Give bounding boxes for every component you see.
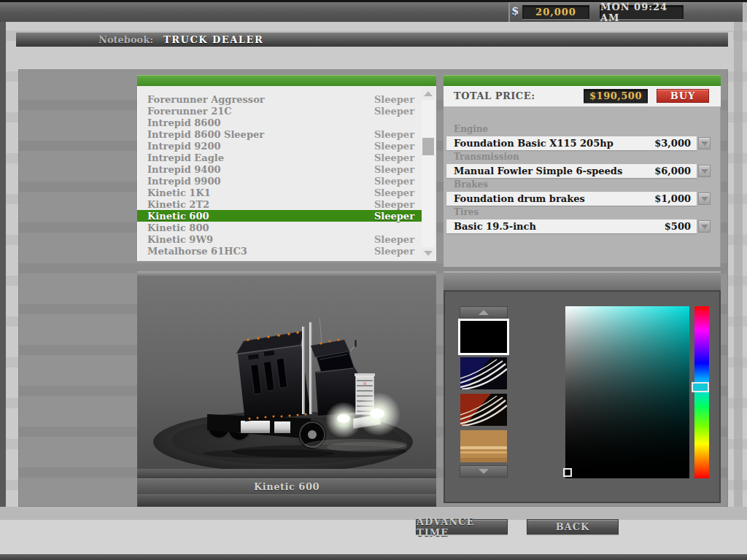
swatch-scroll-down-icon: [479, 469, 489, 474]
preview-footer-bar: [137, 469, 436, 478]
truck-list-header: [137, 75, 436, 86]
back-button[interactable]: BACK: [527, 519, 619, 534]
truck-list-row[interactable]: Kinetic 9W9 Sleeper: [137, 233, 423, 245]
truck-list-row[interactable]: Intrepid 9400 Sleeper: [137, 163, 423, 175]
buy-button[interactable]: BUY: [657, 89, 709, 103]
truck-cab-type: Sleeper: [374, 164, 414, 175]
truck-name: Intrepid Eagle: [147, 152, 374, 163]
truck-list-row[interactable]: Intrepid Eagle Sleeper: [137, 152, 423, 163]
truck-cab-type: Sleeper: [374, 234, 414, 245]
option-label: Transmission: [444, 152, 721, 164]
option-price: $500: [665, 221, 691, 232]
option-label: Brakes: [444, 179, 721, 192]
option-value: Manual Fowler Simple 6-speeds: [454, 166, 654, 176]
truck-render: [137, 276, 436, 469]
truck-list-row[interactable]: Intrepid 8600: [137, 117, 423, 128]
total-price-label: TOTAL PRICE:: [454, 90, 535, 101]
saturation-value-picker[interactable]: [565, 306, 689, 478]
scroll-down-icon: [424, 251, 433, 256]
truck-cab-type: Sleeper: [374, 211, 414, 222]
footer-band-2: [0, 520, 747, 554]
option-dropdown[interactable]: Foundation drum brakes $1,000: [446, 192, 697, 206]
option-price: $1,000: [654, 193, 691, 204]
truck-name: Intrepid 9200: [147, 141, 374, 152]
truck-list-row[interactable]: Kinetic 600 Sleeper: [137, 210, 423, 222]
truck-cab-type: Sleeper: [374, 187, 414, 198]
truck-name: Kinetic 2T2: [147, 199, 374, 210]
option-dropdown[interactable]: Manual Fowler Simple 6-speeds $6,000: [446, 164, 697, 178]
truck-name: Kinetic 600: [147, 211, 374, 222]
truck-cab-type: Sleeper: [374, 94, 414, 105]
truck-list-scrollbar[interactable]: [422, 88, 435, 260]
page-title: TRUCK DEALER: [163, 34, 263, 45]
truck-name: Intrepid 9900: [147, 176, 374, 187]
scrollbar-thumb[interactable]: [422, 138, 434, 155]
currency-icon: $: [511, 4, 522, 19]
truck-preview: [137, 276, 436, 469]
truck-name: Intrepid 8600: [147, 117, 414, 128]
swatch-scroll-down-button[interactable]: [460, 465, 508, 478]
truck-name: Metalhorse 61HC3: [147, 246, 374, 257]
truck-name: Kinetic 9W9: [147, 234, 374, 245]
truck-cab-type: Sleeper: [374, 246, 414, 257]
swatch-scroll-up-button[interactable]: [460, 306, 508, 319]
truck-cab-type: Sleeper: [374, 152, 414, 163]
paint-swatch-white-stripes-on-red[interactable]: [460, 394, 507, 426]
total-price-value: $190,500: [584, 89, 648, 103]
datetime-display: MON 09:24 AM: [600, 5, 684, 19]
right-frame: [734, 22, 743, 554]
option-price: $6,000: [654, 166, 691, 176]
scroll-down-button[interactable]: [422, 247, 435, 260]
truck-list-row[interactable]: Kinetic 1K1 Sleeper: [137, 187, 423, 198]
paint-swatch-white-stripes-on-navy[interactable]: [460, 357, 507, 389]
paint-panel: [444, 290, 721, 503]
option-dropdown[interactable]: Foundation Basic X115 205hp $3,000: [446, 136, 697, 150]
truck-name-caption: Kinetic 600: [137, 478, 436, 494]
truck-name: Kinetic 1K1: [147, 187, 374, 198]
total-price-row: TOTAL PRICE: $190,500 BUY: [444, 86, 721, 106]
dropdown-arrow-icon: [701, 141, 708, 146]
truck-name: Intrepid 9400: [147, 164, 374, 175]
truck-list-row[interactable]: Forerunner Aggressor Sleeper: [137, 93, 423, 105]
paint-swatch-solid-black[interactable]: [460, 321, 507, 353]
option-value: Foundation drum brakes: [454, 193, 654, 204]
value-gradient-overlay: [565, 306, 689, 478]
advance-time-button[interactable]: ADVANCE TIME: [416, 519, 508, 534]
hue-marker[interactable]: [692, 382, 709, 392]
truck-list-row[interactable]: Forerunner 21C Sleeper: [137, 105, 423, 117]
truck-list-row[interactable]: Kinetic 800: [137, 222, 423, 233]
truck-cab-type: Sleeper: [374, 141, 414, 152]
option-dropdown-button[interactable]: [698, 220, 711, 233]
color-cursor[interactable]: [563, 468, 572, 477]
swatch-scroll-up-icon: [479, 310, 489, 315]
truck-list-row[interactable]: Kinetic 2T2 Sleeper: [137, 198, 423, 210]
scroll-up-icon: [424, 91, 433, 96]
option-label: Engine: [444, 124, 721, 136]
truck-list-row[interactable]: Metalhorse 61HC3 Sleeper: [137, 245, 423, 257]
option-dropdown-button[interactable]: [698, 137, 711, 149]
option-dropdown-button[interactable]: [698, 192, 711, 205]
option-group: Brakes Foundation drum brakes $1,000: [444, 179, 721, 206]
truck-name: Kinetic 800: [147, 222, 414, 233]
truck-cab-type: Sleeper: [374, 129, 414, 140]
paint-swatch-tan-stripes[interactable]: [460, 430, 507, 462]
hue-slider[interactable]: [694, 306, 709, 478]
footer-band: [0, 507, 747, 520]
dropdown-arrow-icon: [701, 169, 708, 174]
scroll-up-button[interactable]: [422, 88, 435, 100]
notebook-label: Notebook:: [98, 34, 153, 45]
left-frame: [0, 22, 6, 555]
truck-list-row[interactable]: Intrepid 9900 Sleeper: [137, 175, 423, 187]
option-group: Tires Basic 19.5-inch $500: [444, 207, 721, 233]
preview-footer-bar-2: [137, 494, 436, 507]
option-dropdown-button[interactable]: [698, 165, 711, 177]
purchase-panel-header: [444, 75, 721, 86]
truck-name: Forerunner 21C: [147, 106, 374, 117]
truck-list: Forerunner Aggressor Sleeper Forerunner …: [137, 86, 436, 261]
truck-list-row[interactable]: Intrepid 8600 Sleeper Sleeper: [137, 128, 423, 140]
truck-list-row[interactable]: Intrepid 9200 Sleeper: [137, 140, 423, 152]
option-dropdown[interactable]: Basic 19.5-inch $500: [446, 219, 697, 233]
truck-name: Forerunner Aggressor: [147, 94, 374, 105]
truck-name: Intrepid 8600 Sleeper: [147, 129, 374, 140]
option-group: Engine Foundation Basic X115 205hp $3,00…: [444, 124, 721, 150]
